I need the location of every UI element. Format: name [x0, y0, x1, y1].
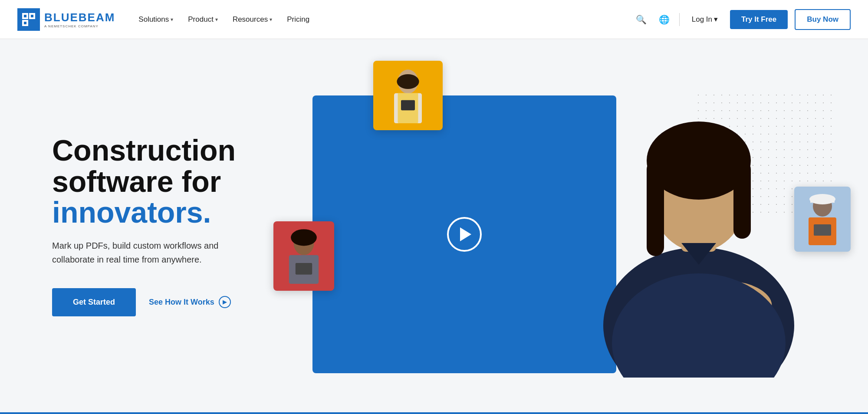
login-label: Log In [692, 15, 712, 24]
bottom-accent-bar [0, 412, 868, 414]
headline-line2: software for [52, 165, 221, 198]
main-person-figure [586, 82, 812, 378]
headline-highlight: innovators. [52, 196, 211, 229]
try-free-button[interactable]: Try It Free [730, 10, 788, 29]
svg-rect-15 [296, 263, 312, 275]
logo-brand: BLUEBEAM [44, 11, 115, 24]
resources-label: Resources [233, 15, 268, 24]
person-silhouette-top [373, 61, 443, 130]
svg-rect-18 [810, 199, 835, 203]
buy-now-button[interactable]: Buy Now [795, 9, 851, 30]
see-how-label: See How It Works [149, 298, 214, 307]
see-how-link[interactable]: See How It Works ▶ [149, 296, 231, 308]
nav-links: Solutions ▾ Product ▾ Resources ▾ Pricin… [132, 12, 633, 27]
svg-rect-25 [647, 161, 664, 256]
profile-card-left [273, 221, 334, 291]
globe-icon-button[interactable]: 🌐 [656, 12, 672, 27]
profile-card-top [373, 61, 443, 130]
pricing-label: Pricing [287, 15, 309, 24]
svg-rect-4 [24, 15, 26, 17]
hero-section: Construction software for innovators. Ma… [0, 39, 868, 412]
logo[interactable]: BLUEBEAM A NEMETSCHEK COMPANY [17, 8, 115, 31]
headline-line1: Construction [52, 134, 236, 167]
hero-actions: Get Started See How It Works ▶ [52, 288, 278, 316]
svg-rect-6 [24, 22, 26, 24]
svg-point-13 [291, 229, 317, 246]
person-silhouette-left [273, 221, 334, 291]
play-triangle-icon [460, 227, 471, 241]
navigation: BLUEBEAM A NEMETSCHEK COMPANY Solutions … [0, 0, 868, 39]
solutions-label: Solutions [138, 15, 169, 24]
product-label: Product [188, 15, 214, 24]
person-silhouette-right [794, 187, 851, 252]
hero-visual [278, 74, 825, 378]
play-circle-icon: ▶ [219, 296, 231, 308]
play-button[interactable] [447, 217, 482, 252]
nav-pricing[interactable]: Pricing [281, 12, 316, 27]
svg-rect-5 [31, 15, 33, 17]
search-button[interactable]: 🔍 [633, 12, 649, 27]
nav-divider [679, 13, 680, 26]
hero-content: Construction software for innovators. Ma… [52, 135, 278, 316]
solutions-chevron-icon: ▾ [171, 16, 173, 23]
svg-rect-11 [401, 100, 415, 110]
svg-rect-26 [733, 161, 751, 239]
logo-sub: A NEMETSCHEK COMPANY [44, 24, 115, 28]
nav-product[interactable]: Product ▾ [182, 12, 224, 27]
login-chevron-icon: ▾ [714, 15, 718, 24]
nav-resources[interactable]: Resources ▾ [227, 12, 278, 27]
resources-chevron-icon: ▾ [270, 16, 272, 23]
logo-icon [17, 8, 40, 31]
svg-point-8 [397, 74, 419, 89]
product-chevron-icon: ▾ [215, 16, 218, 23]
logo-text: BLUEBEAM A NEMETSCHEK COMPANY [44, 11, 115, 28]
nav-right: 🔍 🌐 Log In ▾ Try It Free Buy Now [633, 9, 851, 30]
hero-headline: Construction software for innovators. [52, 135, 278, 228]
login-button[interactable]: Log In ▾ [687, 11, 723, 27]
get-started-button[interactable]: Get Started [52, 288, 136, 316]
nav-solutions[interactable]: Solutions ▾ [132, 12, 179, 27]
svg-rect-20 [814, 224, 831, 236]
hero-subtext: Mark up PDFs, build custom workflows and… [52, 239, 234, 266]
profile-card-right [794, 187, 851, 252]
